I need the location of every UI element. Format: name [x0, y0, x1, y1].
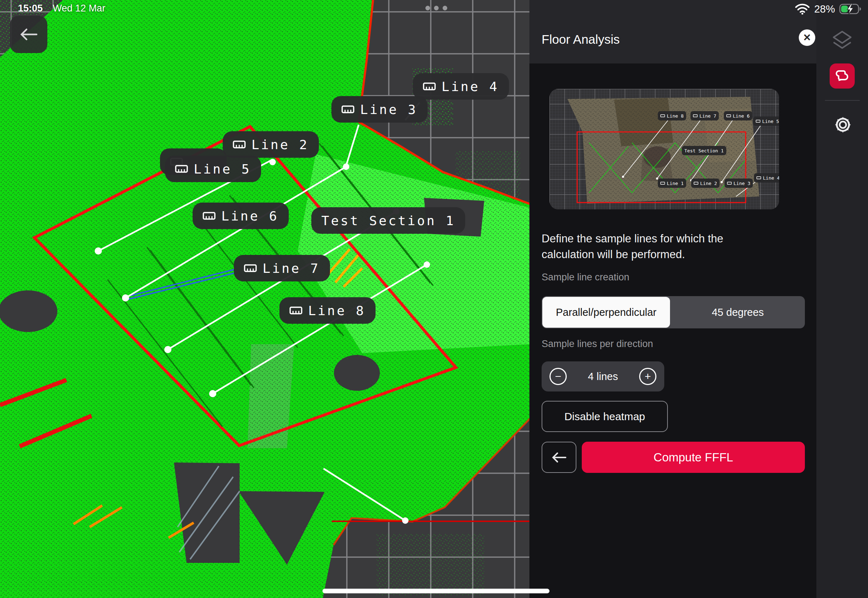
ruler-icon — [175, 165, 188, 173]
ruler-icon — [233, 141, 246, 148]
rail-divider — [825, 100, 860, 101]
sample-line-creation-label: Sample line creation — [542, 272, 630, 283]
ruler-icon — [660, 182, 665, 185]
thumb-line-2-label: Line 2 — [691, 179, 720, 188]
map-back-button[interactable] — [10, 16, 47, 53]
point-cloud-viewport[interactable]: Line 4 Line 3 Line 2 Line 5 Line 6 Test … — [0, 0, 531, 598]
thumbnail-scene — [549, 89, 779, 209]
sample-lines-per-direction-label: Sample lines per direction — [542, 338, 653, 350]
status-time-date: 15:05Wed 12 Mar — [18, 3, 105, 14]
line-6-label-text: Line 6 — [221, 209, 279, 223]
home-indicator[interactable] — [322, 589, 549, 594]
app-screen: Line 4 Line 3 Line 2 Line 5 Line 6 Test … — [0, 0, 868, 598]
ruler-icon — [660, 114, 665, 117]
line-3-label-text: Line 3 — [360, 102, 418, 117]
line-6-label[interactable]: Line 6 — [193, 203, 289, 229]
line-7-label-text: Line 7 — [263, 261, 320, 276]
floor-area-icon — [834, 68, 850, 84]
test-section-1-label[interactable]: Test Section 1 — [311, 207, 465, 234]
line-4-label[interactable]: Line 4 — [413, 73, 509, 100]
panel-header: Floor Analysis ✕ — [530, 0, 816, 63]
panel-title: Floor Analysis — [542, 32, 620, 46]
ruler-icon — [423, 82, 436, 90]
multitasking-dots-icon[interactable] — [425, 6, 447, 10]
line-8-label-text: Line 8 — [308, 303, 365, 318]
ruler-icon — [756, 120, 760, 123]
panel-back-button[interactable] — [542, 442, 576, 473]
status-indicators: 28% — [795, 3, 862, 15]
thumb-line-8-label: Line 8 — [658, 111, 686, 120]
layers-icon — [832, 30, 852, 52]
battery-percent: 28% — [814, 3, 835, 15]
ruler-icon — [289, 306, 302, 314]
thumb-line-5-label: Line 5 — [753, 117, 779, 126]
stepper-plus-button[interactable]: + — [639, 368, 656, 385]
ruler-icon — [756, 176, 761, 179]
line-5-label[interactable]: Line 5 — [165, 155, 261, 182]
back-arrow-icon — [19, 27, 38, 42]
tool-rail — [816, 0, 868, 598]
back-arrow-icon — [551, 451, 567, 463]
ruler-icon — [727, 182, 732, 185]
status-time: 15:05 — [18, 3, 43, 13]
ruler-icon — [693, 114, 697, 117]
line-5-label-text: Line 5 — [194, 162, 251, 176]
line-7-label[interactable]: Line 7 — [234, 255, 330, 281]
disable-heatmap-button[interactable]: Disable heatmap — [542, 401, 668, 432]
ruler-icon — [694, 182, 698, 185]
stepper-value: 4 lines — [588, 371, 618, 383]
ruler-icon — [203, 212, 216, 220]
stepper-minus-button[interactable]: − — [549, 368, 567, 385]
thumb-test-section-label: Test Section 1 — [682, 146, 726, 155]
ruler-icon — [244, 264, 257, 272]
thumb-line-1-label: Line 1 — [658, 179, 686, 188]
line-2-label-text: Line 2 — [251, 137, 309, 152]
wifi-icon — [795, 3, 810, 15]
line-8-label[interactable]: Line 8 — [280, 297, 376, 324]
line-2-label[interactable]: Line 2 — [223, 131, 319, 158]
floor-analysis-panel: Floor Analysis ✕ — [530, 0, 816, 598]
thumb-line-4-label: Line 4 — [754, 173, 779, 182]
line-3-label[interactable]: Line 3 — [331, 96, 428, 123]
lines-stepper: − 4 lines + — [542, 361, 664, 392]
close-panel-button[interactable]: ✕ — [799, 29, 815, 46]
segment-45-degrees[interactable]: 45 degrees — [671, 296, 805, 328]
line-4-label-text: Line 4 — [441, 79, 499, 94]
status-date: Wed 12 Mar — [53, 3, 105, 13]
gear-icon — [833, 115, 853, 135]
sample-line-creation-segmented-control: Parallel/perpendicular 45 degrees — [542, 296, 805, 328]
floor-thumbnail[interactable]: Line 8 Line 7 Line 6 Line 5 Test Section… — [549, 89, 779, 209]
ruler-icon — [726, 114, 731, 117]
compute-fffl-button[interactable]: Compute FFFL — [582, 442, 805, 473]
layers-button[interactable] — [832, 30, 852, 54]
settings-button[interactable] — [833, 115, 853, 135]
close-icon: ✕ — [803, 32, 811, 43]
panel-description: Define the sample lines for which the ca… — [542, 231, 778, 262]
ruler-icon — [341, 105, 355, 113]
test-section-1-label-text: Test Section 1 — [321, 213, 455, 228]
segment-parallel-perpendicular[interactable]: Parallel/perpendicular — [542, 297, 670, 328]
thumb-line-3-label: Line 3 — [724, 179, 753, 188]
thumb-line-7-label: Line 7 — [690, 111, 719, 120]
thumb-line-6-label: Line 6 — [724, 111, 752, 120]
floor-analysis-tool-button[interactable] — [830, 63, 855, 88]
battery-charging-icon — [839, 3, 862, 15]
